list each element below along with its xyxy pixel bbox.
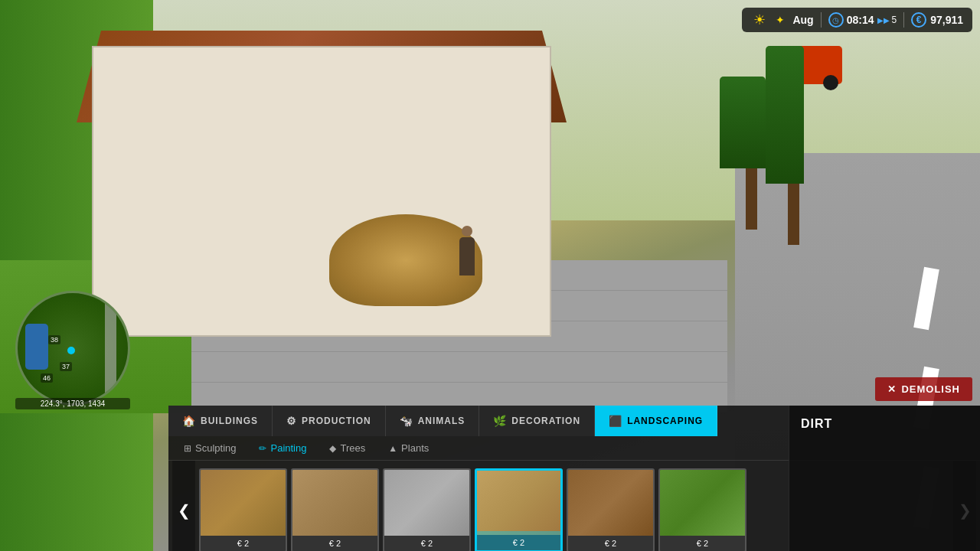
item-card-5[interactable]: € 2 bbox=[567, 468, 655, 551]
demolish-icon: ✕ bbox=[887, 383, 897, 395]
minimap-player-marker bbox=[67, 347, 75, 354]
item-thumbnail-3 bbox=[384, 470, 469, 536]
item-price-2: € 2 bbox=[292, 539, 377, 548]
production-tab-label: PRODUCTION bbox=[302, 416, 371, 426]
hud-divider-1 bbox=[821, 12, 822, 28]
item-price-1: € 2 bbox=[201, 539, 286, 548]
tab-landscaping[interactable]: ⬛ LANDSCAPING bbox=[595, 406, 717, 436]
player-character bbox=[459, 237, 475, 276]
money-label: 97,911 bbox=[930, 14, 963, 26]
weather-sun-icon: ☀ bbox=[751, 11, 768, 28]
item-card-6[interactable]: € 2 bbox=[658, 468, 746, 551]
demolish-label: DEMOLISH bbox=[901, 383, 960, 395]
sub-tab-plants[interactable]: ▲ Plants bbox=[384, 441, 433, 455]
item-thumbnail-1 bbox=[201, 470, 286, 536]
minimap-road bbox=[105, 293, 116, 403]
currency-icon: € bbox=[911, 12, 926, 28]
speed-container: ▶▶ 5 bbox=[877, 15, 897, 25]
hud-divider-2 bbox=[903, 12, 904, 28]
item-thumbnail-5 bbox=[568, 470, 653, 536]
tractor-wheel-front bbox=[823, 75, 838, 90]
trees-label: Trees bbox=[340, 442, 365, 454]
plants-label: Plants bbox=[401, 442, 429, 454]
sculpting-label: Sculpting bbox=[195, 442, 236, 454]
tab-buildings[interactable]: 🏠 BUILDINGS bbox=[168, 406, 273, 436]
item-thumbnail-6 bbox=[660, 470, 745, 536]
landscaping-tab-icon: ⬛ bbox=[609, 415, 622, 427]
tree-trunk bbox=[788, 184, 799, 245]
decoration-tab-icon: 🌿 bbox=[493, 415, 507, 427]
animals-tab-icon: 🐄 bbox=[400, 415, 413, 427]
item-price-4: € 2 bbox=[477, 538, 560, 547]
tree-foliage bbox=[766, 46, 804, 184]
minimap-water bbox=[25, 324, 48, 370]
building-main bbox=[92, 46, 551, 337]
buildings-tab-icon: 🏠 bbox=[182, 415, 196, 427]
buildings-tab-label: BUILDINGS bbox=[201, 416, 258, 426]
time-container: ◷ 08:14 bbox=[828, 12, 874, 28]
item-thumbnail-2 bbox=[292, 470, 377, 536]
minimap-label-2: 37 bbox=[60, 362, 72, 371]
minimap-label-3: 46 bbox=[41, 373, 53, 383]
tree-foliage bbox=[720, 77, 766, 168]
weather-secondary-icon: ✦ bbox=[772, 11, 789, 28]
item-card-2[interactable]: € 2 bbox=[291, 468, 379, 551]
plants-icon: ▲ bbox=[388, 443, 397, 454]
speed-icon: ▶▶ bbox=[877, 16, 890, 24]
time-label: 08:14 bbox=[847, 14, 874, 26]
animals-tab-label: ANIMALS bbox=[418, 416, 466, 426]
painting-icon: ✏ bbox=[259, 443, 266, 454]
right-info-panel: DIRT bbox=[789, 406, 980, 551]
sub-tab-painting[interactable]: ✏ Painting bbox=[255, 441, 310, 455]
selected-item-name: DIRT bbox=[801, 417, 832, 431]
minimap: 38 37 46 bbox=[15, 291, 130, 406]
hud-top-bar: ☀ ✦ Aug ◷ 08:14 ▶▶ 5 € 97,911 bbox=[742, 8, 972, 32]
trees-icon: ◆ bbox=[329, 443, 336, 454]
tree-trunk bbox=[746, 168, 757, 230]
tab-animals[interactable]: 🐄 ANIMALS bbox=[386, 406, 480, 436]
item-card-4[interactable]: € 2 bbox=[475, 468, 563, 551]
tree bbox=[737, 77, 766, 230]
item-price-5: € 2 bbox=[568, 539, 653, 548]
month-label: Aug bbox=[792, 14, 813, 26]
sub-tab-trees[interactable]: ◆ Trees bbox=[325, 441, 369, 455]
item-price-3: € 2 bbox=[384, 539, 469, 548]
demolish-button[interactable]: ✕ DEMOLISH bbox=[875, 377, 972, 401]
landscaping-tab-label: LANDSCAPING bbox=[627, 416, 703, 426]
time-icon: ◷ bbox=[828, 12, 844, 28]
sub-tab-sculpting[interactable]: ⊞ Sculpting bbox=[180, 441, 240, 455]
item-price-6: € 2 bbox=[660, 539, 745, 548]
item-card-3[interactable]: € 2 bbox=[383, 468, 471, 551]
tree-2 bbox=[782, 46, 804, 245]
minimap-label-1: 38 bbox=[48, 335, 60, 344]
prev-arrow[interactable]: ❮ bbox=[172, 461, 195, 551]
production-tab-icon: ⚙ bbox=[286, 415, 297, 427]
minimap-coordinates: 224.3°, 1703, 1434 bbox=[15, 398, 130, 409]
decoration-tab-label: DECORATION bbox=[511, 416, 580, 426]
sculpting-icon: ⊞ bbox=[184, 443, 191, 454]
tab-production[interactable]: ⚙ PRODUCTION bbox=[273, 406, 386, 436]
item-thumbnail-4 bbox=[477, 471, 560, 535]
item-card-1[interactable]: € 2 bbox=[199, 468, 287, 551]
speed-label: 5 bbox=[891, 15, 897, 25]
road-marking bbox=[913, 267, 939, 330]
tab-decoration[interactable]: 🌿 DECORATION bbox=[479, 406, 595, 436]
painting-label: Painting bbox=[270, 442, 306, 454]
